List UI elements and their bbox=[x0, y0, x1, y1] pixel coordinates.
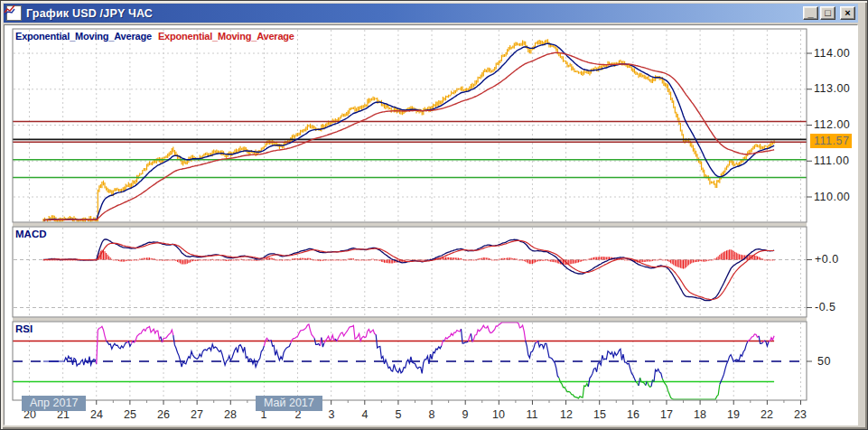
rsi-line bbox=[444, 329, 462, 341]
macd-panel-border bbox=[13, 227, 807, 317]
ema-slow-line bbox=[43, 52, 774, 220]
chart-canvas[interactable] bbox=[0, 0, 868, 430]
window-title: График USD /JPY ЧАС bbox=[26, 7, 153, 20]
chart-window: График USD /JPY ЧАС _ □ × Exponential_Mo… bbox=[0, 0, 868, 430]
rsi-line bbox=[135, 326, 161, 342]
window-controls: _ □ × bbox=[803, 6, 855, 20]
rsi-line bbox=[639, 378, 640, 386]
chart-window-icon bbox=[6, 5, 22, 21]
rsi-line bbox=[337, 325, 376, 341]
macd-signal-line bbox=[43, 240, 774, 299]
rsi-line bbox=[654, 369, 662, 382]
chart-svg bbox=[0, 0, 868, 430]
rsi-line bbox=[468, 333, 471, 341]
ema-fast-line bbox=[43, 43, 774, 220]
rsi-line bbox=[314, 338, 320, 345]
rsi-line bbox=[97, 326, 107, 363]
rsi-line bbox=[526, 341, 537, 358]
chart-window-icon-glyph bbox=[4, 4, 15, 15]
rsi-line bbox=[322, 338, 324, 347]
rsi-line bbox=[759, 336, 763, 344]
minimize-button[interactable]: _ bbox=[803, 6, 818, 20]
rsi-line bbox=[559, 378, 589, 398]
rsi-line bbox=[538, 341, 559, 378]
rsi-line bbox=[107, 341, 127, 349]
candles-series bbox=[43, 39, 774, 224]
rsi-line bbox=[291, 324, 314, 343]
rsi-line bbox=[271, 340, 291, 360]
rsi-line bbox=[651, 379, 653, 387]
rsi-line bbox=[173, 335, 265, 367]
rsi-line bbox=[264, 338, 268, 346]
macd-line bbox=[43, 239, 774, 301]
close-button[interactable]: × bbox=[840, 6, 855, 20]
window-titlebar[interactable]: График USD /JPY ЧАС _ □ × bbox=[4, 4, 858, 23]
rsi-line bbox=[324, 335, 335, 343]
maximize-button[interactable]: □ bbox=[820, 6, 835, 20]
